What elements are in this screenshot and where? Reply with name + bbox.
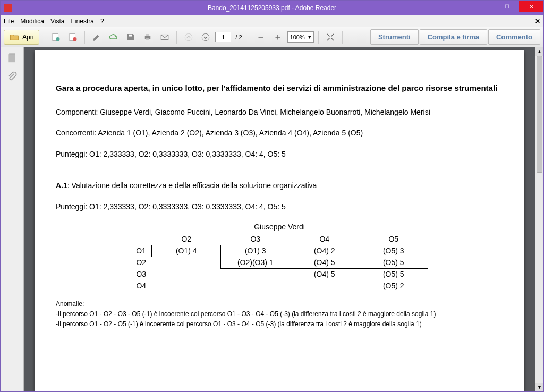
a1-desc: : Valutazione della correttezza e della …: [67, 181, 317, 190]
matrix-cell: (O4) 5: [290, 257, 359, 268]
separator: [176, 31, 177, 44]
tab-compila[interactable]: Compila e firma: [420, 29, 488, 45]
pencil-icon: [92, 32, 101, 42]
edit-button[interactable]: [89, 30, 104, 45]
content-area: Gara a procedura aperta, in unico lotto,…: [1, 47, 543, 391]
anomalies-label: Anomalie:: [56, 300, 503, 309]
matrix-cell: (O5) 3: [359, 245, 428, 257]
menubar-close-icon[interactable]: ✕: [535, 18, 540, 25]
save-button[interactable]: [123, 30, 138, 45]
arrow-up-icon: [184, 32, 193, 42]
app-icon: [4, 4, 12, 12]
matrix-cell: (O5) 5: [359, 268, 428, 280]
page-up-button[interactable]: [181, 30, 196, 45]
separator: [342, 31, 343, 44]
concorrenti-line: Concorrenti: Azienda 1 (O1), Azienda 2 (…: [56, 128, 503, 139]
toolbar: Apri / 2 100%▾ Strumenti Compila e firma…: [1, 27, 543, 47]
matrix-judge: Giuseppe Verdi: [56, 223, 503, 231]
separator: [84, 31, 85, 44]
svg-rect-12: [8, 54, 15, 62]
pdf-create-button[interactable]: [48, 30, 63, 45]
app-window: Bando_20141125205933.pdf - Adobe Reader …: [0, 0, 544, 392]
thumbnails-icon[interactable]: [7, 52, 18, 63]
svg-point-10: [202, 33, 210, 41]
separator: [249, 31, 249, 44]
svg-point-1: [56, 37, 60, 41]
page-input[interactable]: [215, 32, 231, 42]
pdf-page: Gara a procedura aperta, in unico lotto,…: [35, 50, 524, 391]
comparison-matrix: Giuseppe Verdi O2 O3 O4 O5 O1 (O1) 4: [56, 223, 503, 292]
matrix-cell: (O2)(O3) 1: [221, 257, 290, 268]
print-button[interactable]: [140, 30, 155, 45]
expand-icon: [326, 32, 335, 42]
scroll-thumb[interactable]: [537, 56, 542, 173]
zoom-out-button[interactable]: [253, 30, 268, 45]
anomaly-line: -Il percorso O1 - O2 - O3 - O5 (-1) è in…: [56, 310, 503, 319]
svg-point-9: [185, 33, 193, 41]
minimize-button[interactable]: —: [470, 1, 495, 12]
cloud-button[interactable]: [106, 30, 121, 45]
titlebar: Bando_20141125205933.pdf - Adobe Reader …: [1, 1, 543, 15]
email-button[interactable]: [157, 30, 172, 45]
zoom-select[interactable]: 100%▾: [287, 31, 314, 43]
close-button[interactable]: ✕: [519, 1, 543, 12]
chevron-down-icon: ▾: [308, 33, 311, 40]
matrix-cell: (O4) 2: [290, 245, 359, 257]
menubar: File Modifica Vista Finestra ? ✕: [1, 15, 543, 27]
read-mode-button[interactable]: [323, 30, 338, 45]
row-head: O3: [131, 268, 152, 280]
col-head: O3: [221, 233, 290, 245]
svg-rect-4: [129, 34, 132, 36]
open-button[interactable]: Apri: [4, 30, 39, 45]
section-a1: A.1: Valutazione della correttezza e del…: [56, 181, 503, 191]
floppy-icon: [126, 32, 135, 42]
minus-icon: [256, 32, 266, 42]
matrix-cell: (O4) 5: [290, 268, 359, 280]
window-title: Bando_20141125205933.pdf - Adobe Reader: [208, 4, 336, 12]
maximize-button[interactable]: ☐: [495, 1, 519, 12]
arrow-down-icon: [201, 32, 210, 42]
envelope-icon: [160, 32, 169, 42]
vertical-scrollbar[interactable]: ▲ ▼: [535, 47, 543, 391]
svg-point-3: [73, 37, 77, 41]
menu-modifica[interactable]: Modifica: [20, 18, 44, 25]
sidebar: [1, 47, 24, 391]
matrix-cell: (O1) 4: [152, 245, 221, 257]
row-head: O2: [131, 257, 152, 268]
scroll-up-button[interactable]: ▲: [536, 47, 543, 56]
a1-id: A.1: [56, 181, 67, 190]
menu-vista[interactable]: Vista: [50, 18, 64, 25]
right-panel-tabs: Strumenti Compila e firma Commento: [370, 29, 540, 45]
col-head: O2: [152, 233, 221, 245]
matrix-table: O2 O3 O4 O5 O1 (O1) 4 (O1) 3 (O4) 2 (O5)…: [131, 233, 429, 292]
punteggi-line-1: Punteggi: O1: 2,333333, O2: 0,3333333, O…: [56, 149, 503, 160]
doc-title: Gara a procedura aperta, in unico lotto,…: [56, 82, 503, 95]
row-head: O1: [131, 245, 152, 257]
page-total: / 2: [235, 34, 242, 40]
pdf-export-button[interactable]: [65, 30, 80, 45]
tab-commento[interactable]: Commento: [488, 29, 540, 45]
menu-file[interactable]: File: [4, 18, 14, 25]
document-viewport[interactable]: Gara a procedura aperta, in unico lotto,…: [24, 47, 535, 391]
cloud-icon: [109, 32, 118, 42]
matrix-cell: (O5) 2: [359, 280, 428, 292]
zoom-in-button[interactable]: [270, 30, 285, 45]
col-head: O4: [290, 233, 359, 245]
attachments-icon[interactable]: [7, 71, 18, 82]
matrix-cell: (O5) 5: [359, 257, 428, 268]
menu-help[interactable]: ?: [100, 18, 104, 25]
tab-strumenti[interactable]: Strumenti: [370, 29, 419, 45]
menu-finestra[interactable]: Finestra: [71, 18, 94, 25]
componenti-line: Componenti: Giuseppe Verdi, Giacomo Pucc…: [56, 107, 503, 118]
pdf-export-icon: [68, 32, 78, 42]
page-down-button[interactable]: [198, 30, 213, 45]
printer-icon: [143, 32, 152, 42]
anomalies-section: Anomalie: -Il percorso O1 - O2 - O3 - O5…: [56, 300, 503, 328]
svg-rect-6: [146, 34, 149, 36]
pdf-create-icon: [51, 32, 61, 42]
punteggi-line-2: Punteggi: O1: 2,333333, O2: 0,3333333, O…: [56, 202, 503, 212]
separator: [318, 31, 319, 44]
anomaly-line: -Il percorso O1 - O2 - O5 (-1) è incoere…: [56, 320, 503, 329]
scroll-down-button[interactable]: ▼: [536, 383, 543, 391]
svg-rect-7: [146, 38, 149, 40]
